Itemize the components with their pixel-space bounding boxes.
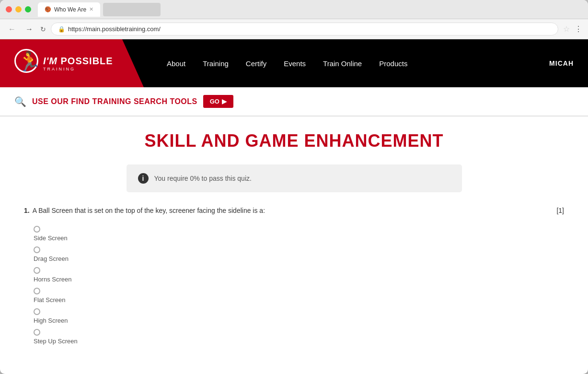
info-text: You require 0% to pass this quiz. [154,175,252,182]
user-name[interactable]: MICAH [549,59,574,67]
go-arrow-icon: ▶ [222,98,227,105]
search-label: USE OUR FIND TRAINING SEARCH TOOLS [32,97,197,106]
question-area: 1. A Ball Screen that is set on the top … [19,207,569,348]
logo-im: I'M [43,56,61,66]
answer-option-4: Flat Screen [34,286,564,304]
radio-button-2[interactable] [34,246,40,253]
quiz-content: SKILL AND GAME ENHANCEMENT i You require… [0,117,588,362]
close-button[interactable] [6,6,12,12]
logo-possible: POSSIBLE [61,56,113,66]
logo-figure: 🏃 [14,47,38,80]
maximize-button[interactable] [25,6,31,12]
minimize-button[interactable] [15,6,22,12]
answer-option-1: Side Screen [34,224,564,242]
radio-row-1 [34,224,40,234]
refresh-button[interactable]: ↻ [40,25,46,33]
logo-subtitle: TRAINING [43,67,113,71]
search-icon: 🔍 [14,96,26,107]
go-button-label: GO [210,98,219,105]
answer-label-4[interactable]: Flat Screen [34,296,65,304]
answer-label-6[interactable]: Step Up Screen [34,338,78,345]
logo-name: I'M POSSIBLE [43,56,113,67]
active-tab[interactable]: 🏀 Who We Are ✕ [38,2,100,17]
question-number: 1. [24,207,30,214]
radio-button-5[interactable] [34,308,40,315]
question-row: 1. A Ball Screen that is set on the top … [24,207,564,214]
answer-label-1[interactable]: Side Screen [34,234,68,242]
nav-certify[interactable]: Certify [237,59,275,68]
tab-area: 🏀 Who We Are ✕ [38,2,582,17]
nav-training[interactable]: Training [194,59,237,68]
nav-train-online[interactable]: Train Online [314,59,370,68]
url-text: https://main.possibletraining.com/ [68,25,161,33]
back-button[interactable]: ← [6,24,18,35]
radio-button-4[interactable] [34,288,40,294]
radio-row-4 [34,286,40,296]
nav-events[interactable]: Events [275,59,314,68]
window-controls [6,6,31,12]
logo-silhouette-icon: 🏃 [17,50,41,73]
nav-about[interactable]: About [158,59,194,68]
answer-options: Side Screen Drag Screen Horns Screen [24,224,564,348]
quiz-title: SKILL AND GAME ENHANCEMENT [19,131,569,151]
answer-option-5: High Screen [34,306,564,324]
question-points: [1] [556,207,564,214]
info-icon: i [138,173,149,184]
radio-button-1[interactable] [34,226,40,233]
address-bar: ← → ↻ 🔒 https://main.possibletraining.co… [0,19,588,39]
answer-label-2[interactable]: Drag Screen [34,255,69,262]
radio-row-6 [34,327,40,338]
answer-label-3[interactable]: Horns Screen [34,276,71,283]
answer-option-6: Step Up Screen [34,327,564,345]
main-nav: About Training Certify Events Train Onli… [144,39,549,87]
browser-menu-button[interactable]: ⋮ [575,24,582,34]
logo[interactable]: 🏃 I'M POSSIBLE TRAINING [14,47,113,80]
radio-row-2 [34,245,40,255]
user-area: MICAH [549,39,588,87]
bookmark-button[interactable]: ☆ [563,24,570,34]
tab-close-button[interactable]: ✕ [89,6,93,12]
go-button[interactable]: GO ▶ [203,95,233,108]
logo-area: 🏃 I'M POSSIBLE TRAINING [0,39,144,87]
radio-row-5 [34,306,40,317]
answer-option-3: Horns Screen [34,265,564,283]
security-icon: 🔒 [58,26,65,33]
new-tab-area [103,3,161,16]
title-bar: 🏀 Who We Are ✕ [0,0,588,19]
answer-label-5[interactable]: High Screen [34,317,68,324]
nav-products[interactable]: Products [370,59,416,68]
browser-window: 🏀 Who We Are ✕ ← → ↻ 🔒 https://main.poss… [0,0,588,374]
radio-button-3[interactable] [34,267,40,274]
tab-title: Who We Are [54,6,86,13]
question-text: A Ball Screen that is set on the top of … [33,207,547,214]
url-bar[interactable]: 🔒 https://main.possibletraining.com/ [51,23,558,35]
search-bar: 🔍 USE OUR FIND TRAINING SEARCH TOOLS GO … [0,87,588,116]
info-box: i You require 0% to pass this quiz. [127,164,462,192]
logo-text: I'M POSSIBLE TRAINING [43,56,113,71]
radio-button-6[interactable] [34,329,40,336]
forward-button[interactable]: → [23,24,35,35]
site-header: 🏃 I'M POSSIBLE TRAINING About Training C… [0,39,588,87]
radio-row-3 [34,265,40,276]
tab-favicon: 🏀 [45,6,51,12]
answer-option-2: Drag Screen [34,245,564,262]
